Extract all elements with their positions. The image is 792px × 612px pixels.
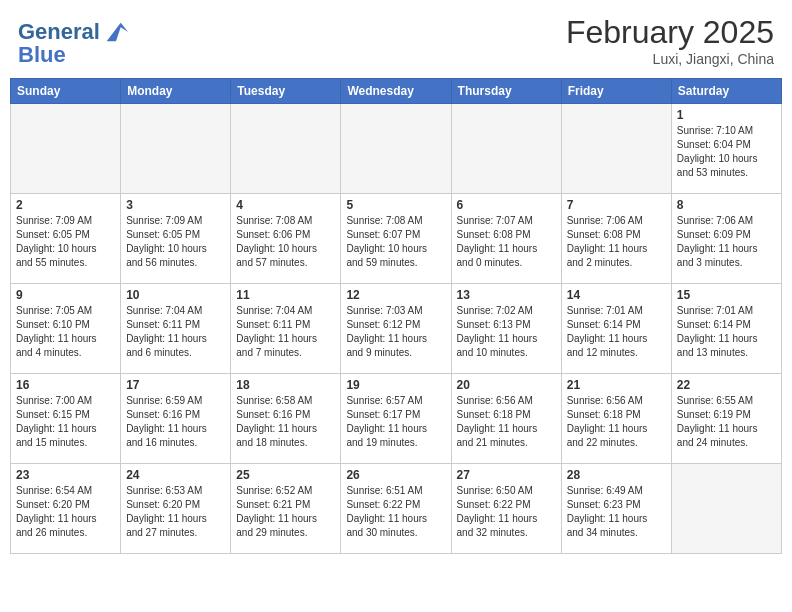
calendar-cell: 22Sunrise: 6:55 AM Sunset: 6:19 PM Dayli… bbox=[671, 374, 781, 464]
day-number: 28 bbox=[567, 468, 666, 482]
day-info: Sunrise: 6:57 AM Sunset: 6:17 PM Dayligh… bbox=[346, 394, 445, 450]
day-info: Sunrise: 6:56 AM Sunset: 6:18 PM Dayligh… bbox=[567, 394, 666, 450]
svg-marker-0 bbox=[107, 23, 128, 42]
title-block: February 2025 Luxi, Jiangxi, China bbox=[566, 14, 774, 67]
day-number: 18 bbox=[236, 378, 335, 392]
calendar-cell: 18Sunrise: 6:58 AM Sunset: 6:16 PM Dayli… bbox=[231, 374, 341, 464]
calendar-cell: 7Sunrise: 7:06 AM Sunset: 6:08 PM Daylig… bbox=[561, 194, 671, 284]
day-info: Sunrise: 7:09 AM Sunset: 6:05 PM Dayligh… bbox=[16, 214, 115, 270]
day-number: 22 bbox=[677, 378, 776, 392]
calendar-cell: 15Sunrise: 7:01 AM Sunset: 6:14 PM Dayli… bbox=[671, 284, 781, 374]
calendar-cell: 24Sunrise: 6:53 AM Sunset: 6:20 PM Dayli… bbox=[121, 464, 231, 554]
calendar-cell: 27Sunrise: 6:50 AM Sunset: 6:22 PM Dayli… bbox=[451, 464, 561, 554]
calendar-cell: 5Sunrise: 7:08 AM Sunset: 6:07 PM Daylig… bbox=[341, 194, 451, 284]
calendar-cell bbox=[671, 464, 781, 554]
weekday-header-tuesday: Tuesday bbox=[231, 79, 341, 104]
calendar-cell: 20Sunrise: 6:56 AM Sunset: 6:18 PM Dayli… bbox=[451, 374, 561, 464]
day-info: Sunrise: 7:04 AM Sunset: 6:11 PM Dayligh… bbox=[236, 304, 335, 360]
week-row-2: 9Sunrise: 7:05 AM Sunset: 6:10 PM Daylig… bbox=[11, 284, 782, 374]
week-row-0: 1Sunrise: 7:10 AM Sunset: 6:04 PM Daylig… bbox=[11, 104, 782, 194]
weekday-header-saturday: Saturday bbox=[671, 79, 781, 104]
day-number: 5 bbox=[346, 198, 445, 212]
calendar-cell: 4Sunrise: 7:08 AM Sunset: 6:06 PM Daylig… bbox=[231, 194, 341, 284]
day-number: 12 bbox=[346, 288, 445, 302]
day-number: 16 bbox=[16, 378, 115, 392]
day-number: 8 bbox=[677, 198, 776, 212]
calendar-cell: 28Sunrise: 6:49 AM Sunset: 6:23 PM Dayli… bbox=[561, 464, 671, 554]
day-info: Sunrise: 7:10 AM Sunset: 6:04 PM Dayligh… bbox=[677, 124, 776, 180]
calendar-cell bbox=[341, 104, 451, 194]
day-number: 4 bbox=[236, 198, 335, 212]
day-number: 20 bbox=[457, 378, 556, 392]
day-info: Sunrise: 6:56 AM Sunset: 6:18 PM Dayligh… bbox=[457, 394, 556, 450]
calendar-cell: 12Sunrise: 7:03 AM Sunset: 6:12 PM Dayli… bbox=[341, 284, 451, 374]
week-row-4: 23Sunrise: 6:54 AM Sunset: 6:20 PM Dayli… bbox=[11, 464, 782, 554]
day-info: Sunrise: 6:52 AM Sunset: 6:21 PM Dayligh… bbox=[236, 484, 335, 540]
calendar-cell: 10Sunrise: 7:04 AM Sunset: 6:11 PM Dayli… bbox=[121, 284, 231, 374]
page-header: General Blue February 2025 Luxi, Jiangxi… bbox=[10, 10, 782, 72]
day-number: 26 bbox=[346, 468, 445, 482]
day-number: 1 bbox=[677, 108, 776, 122]
day-number: 25 bbox=[236, 468, 335, 482]
day-number: 27 bbox=[457, 468, 556, 482]
day-info: Sunrise: 6:51 AM Sunset: 6:22 PM Dayligh… bbox=[346, 484, 445, 540]
day-info: Sunrise: 7:01 AM Sunset: 6:14 PM Dayligh… bbox=[567, 304, 666, 360]
calendar-cell bbox=[121, 104, 231, 194]
calendar-cell: 8Sunrise: 7:06 AM Sunset: 6:09 PM Daylig… bbox=[671, 194, 781, 284]
logo-icon bbox=[102, 18, 130, 46]
calendar-cell bbox=[451, 104, 561, 194]
calendar-cell bbox=[561, 104, 671, 194]
calendar-cell: 3Sunrise: 7:09 AM Sunset: 6:05 PM Daylig… bbox=[121, 194, 231, 284]
calendar-cell: 9Sunrise: 7:05 AM Sunset: 6:10 PM Daylig… bbox=[11, 284, 121, 374]
weekday-header-wednesday: Wednesday bbox=[341, 79, 451, 104]
day-info: Sunrise: 6:59 AM Sunset: 6:16 PM Dayligh… bbox=[126, 394, 225, 450]
calendar-cell: 23Sunrise: 6:54 AM Sunset: 6:20 PM Dayli… bbox=[11, 464, 121, 554]
day-number: 21 bbox=[567, 378, 666, 392]
day-info: Sunrise: 7:06 AM Sunset: 6:08 PM Dayligh… bbox=[567, 214, 666, 270]
day-info: Sunrise: 7:04 AM Sunset: 6:11 PM Dayligh… bbox=[126, 304, 225, 360]
weekday-header-thursday: Thursday bbox=[451, 79, 561, 104]
day-info: Sunrise: 7:00 AM Sunset: 6:15 PM Dayligh… bbox=[16, 394, 115, 450]
day-number: 2 bbox=[16, 198, 115, 212]
logo-text: General bbox=[18, 21, 100, 43]
day-info: Sunrise: 7:05 AM Sunset: 6:10 PM Dayligh… bbox=[16, 304, 115, 360]
calendar-cell bbox=[231, 104, 341, 194]
day-info: Sunrise: 7:06 AM Sunset: 6:09 PM Dayligh… bbox=[677, 214, 776, 270]
week-row-3: 16Sunrise: 7:00 AM Sunset: 6:15 PM Dayli… bbox=[11, 374, 782, 464]
calendar-cell: 6Sunrise: 7:07 AM Sunset: 6:08 PM Daylig… bbox=[451, 194, 561, 284]
calendar-cell: 21Sunrise: 6:56 AM Sunset: 6:18 PM Dayli… bbox=[561, 374, 671, 464]
day-info: Sunrise: 7:03 AM Sunset: 6:12 PM Dayligh… bbox=[346, 304, 445, 360]
calendar-cell: 19Sunrise: 6:57 AM Sunset: 6:17 PM Dayli… bbox=[341, 374, 451, 464]
day-info: Sunrise: 7:08 AM Sunset: 6:07 PM Dayligh… bbox=[346, 214, 445, 270]
week-row-1: 2Sunrise: 7:09 AM Sunset: 6:05 PM Daylig… bbox=[11, 194, 782, 284]
day-number: 17 bbox=[126, 378, 225, 392]
calendar-cell: 17Sunrise: 6:59 AM Sunset: 6:16 PM Dayli… bbox=[121, 374, 231, 464]
weekday-header-sunday: Sunday bbox=[11, 79, 121, 104]
day-info: Sunrise: 6:54 AM Sunset: 6:20 PM Dayligh… bbox=[16, 484, 115, 540]
calendar-cell: 25Sunrise: 6:52 AM Sunset: 6:21 PM Dayli… bbox=[231, 464, 341, 554]
day-number: 9 bbox=[16, 288, 115, 302]
day-info: Sunrise: 7:08 AM Sunset: 6:06 PM Dayligh… bbox=[236, 214, 335, 270]
weekday-header-monday: Monday bbox=[121, 79, 231, 104]
day-number: 6 bbox=[457, 198, 556, 212]
day-number: 3 bbox=[126, 198, 225, 212]
calendar-cell: 1Sunrise: 7:10 AM Sunset: 6:04 PM Daylig… bbox=[671, 104, 781, 194]
day-info: Sunrise: 7:02 AM Sunset: 6:13 PM Dayligh… bbox=[457, 304, 556, 360]
calendar-cell: 26Sunrise: 6:51 AM Sunset: 6:22 PM Dayli… bbox=[341, 464, 451, 554]
month-title: February 2025 bbox=[566, 14, 774, 51]
day-info: Sunrise: 6:53 AM Sunset: 6:20 PM Dayligh… bbox=[126, 484, 225, 540]
day-number: 10 bbox=[126, 288, 225, 302]
day-info: Sunrise: 7:09 AM Sunset: 6:05 PM Dayligh… bbox=[126, 214, 225, 270]
calendar-cell: 14Sunrise: 7:01 AM Sunset: 6:14 PM Dayli… bbox=[561, 284, 671, 374]
calendar-cell bbox=[11, 104, 121, 194]
day-info: Sunrise: 6:58 AM Sunset: 6:16 PM Dayligh… bbox=[236, 394, 335, 450]
calendar-cell: 11Sunrise: 7:04 AM Sunset: 6:11 PM Dayli… bbox=[231, 284, 341, 374]
weekday-header-friday: Friday bbox=[561, 79, 671, 104]
calendar-cell: 13Sunrise: 7:02 AM Sunset: 6:13 PM Dayli… bbox=[451, 284, 561, 374]
day-number: 7 bbox=[567, 198, 666, 212]
day-info: Sunrise: 7:07 AM Sunset: 6:08 PM Dayligh… bbox=[457, 214, 556, 270]
day-number: 15 bbox=[677, 288, 776, 302]
day-number: 14 bbox=[567, 288, 666, 302]
day-number: 19 bbox=[346, 378, 445, 392]
calendar: SundayMondayTuesdayWednesdayThursdayFrid… bbox=[10, 78, 782, 554]
